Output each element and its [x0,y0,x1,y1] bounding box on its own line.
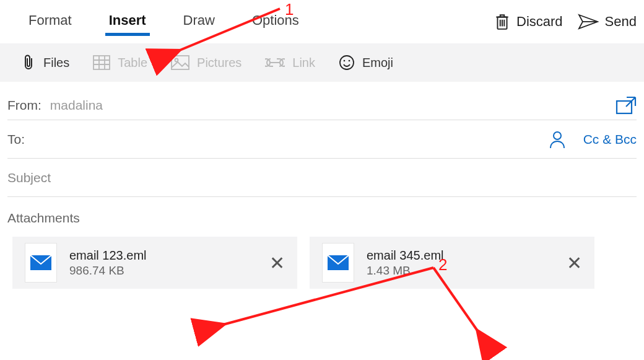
from-value[interactable]: madalina [50,98,103,113]
attachment-size: 1.43 MB [367,264,567,278]
attachments-label: Attachments [7,211,637,226]
insert-files-button[interactable]: Files [17,51,74,74]
from-row: From: madalina [7,82,637,120]
to-label: To: [7,132,25,147]
remove-attachment-button[interactable]: ✕ [567,252,582,274]
from-label: From: [7,98,41,113]
insert-pictures-button: Pictures [166,53,246,72]
insert-pictures-label: Pictures [197,56,242,70]
svg-point-4 [340,56,354,69]
insert-toolbar: Files Table Pictures Link Emoji [0,43,644,82]
remove-attachment-button[interactable]: ✕ [269,252,285,274]
svg-point-8 [554,132,561,139]
picture-icon [171,55,189,70]
attachment-card[interactable]: email 345.eml 1.43 MB ✕ [310,237,594,289]
insert-table-button: Table [88,53,152,72]
compose-fields: From: madalina To: Cc & Bcc Subject Atta… [0,82,644,289]
emoji-icon [339,55,355,71]
tab-insert[interactable]: Insert [105,7,150,36]
attachment-name: email 123.eml [69,248,269,263]
discard-button[interactable]: Discard [494,13,563,30]
insert-emoji-button[interactable]: Emoji [334,52,398,73]
insert-table-label: Table [118,56,147,70]
tab-draw[interactable]: Draw [180,7,219,36]
insert-link-label: Link [292,56,315,70]
insert-link-button: Link [260,53,320,72]
mail-file-icon [25,243,57,283]
send-label: Send [605,14,637,30]
svg-rect-2 [172,56,189,69]
tab-format[interactable]: Format [25,7,76,36]
svg-rect-1 [94,56,110,69]
table-icon [93,55,110,70]
tab-options[interactable]: Options [248,7,303,36]
send-icon [578,14,599,30]
svg-point-6 [349,60,350,62]
insert-files-label: Files [43,56,69,70]
popout-icon[interactable] [616,96,637,115]
attachment-name: email 345.eml [367,248,567,263]
tab-row: Format Insert Draw Options Discard Send [0,0,644,43]
attachment-size: 986.74 KB [69,264,269,278]
svg-point-5 [344,60,346,62]
trash-icon [494,13,510,30]
subject-placeholder: Subject [7,170,51,185]
send-button[interactable]: Send [578,14,637,30]
mail-file-icon [322,243,354,283]
attachments-row: email 123.eml 986.74 KB ✕ email 345.eml … [7,237,637,289]
to-row[interactable]: To: Cc & Bcc [7,120,637,159]
insert-emoji-label: Emoji [362,56,393,70]
cc-bcc-button[interactable]: Cc & Bcc [583,132,637,147]
link-icon [265,56,285,69]
paperclip-icon [22,54,36,71]
contacts-icon[interactable] [549,130,566,149]
discard-label: Discard [516,14,563,30]
svg-point-3 [175,59,178,62]
attachment-card[interactable]: email 123.eml 986.74 KB ✕ [12,237,297,289]
subject-row[interactable]: Subject [7,159,637,197]
